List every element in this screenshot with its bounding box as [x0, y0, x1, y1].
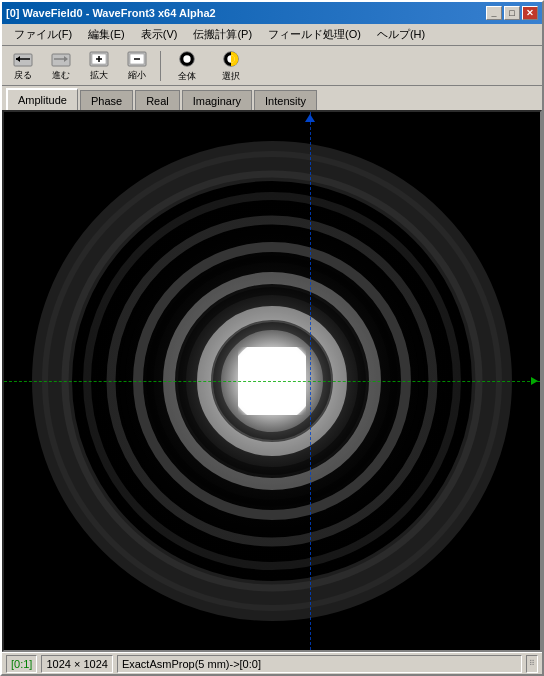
menu-view[interactable]: 表示(V) [133, 25, 186, 44]
toolbar: 戻る 進む 拡大 [2, 46, 542, 86]
main-window: [0] WaveField0 - WaveFront3 x64 Alpha2 _… [0, 0, 544, 676]
svg-point-14 [183, 55, 190, 62]
select-label: 選択 [222, 70, 240, 83]
toolbar-separator-1 [160, 51, 161, 81]
status-dimensions: 1024 × 1024 [41, 655, 112, 673]
forward-button[interactable]: 進む [44, 50, 78, 82]
status-operation: ExactAsmProp(5 mm)->[0:0] [117, 655, 522, 673]
back-icon [12, 50, 34, 68]
resize-handle[interactable]: ⠿ [526, 655, 538, 673]
menu-help[interactable]: ヘルプ(H) [369, 25, 433, 44]
menu-edit[interactable]: 編集(E) [80, 25, 133, 44]
window-title: [0] WaveField0 - WaveFront3 x64 Alpha2 [6, 7, 216, 19]
zoom-out-icon [126, 50, 148, 68]
tab-real[interactable]: Real [135, 90, 180, 110]
status-index: [0:1] [6, 655, 37, 673]
zoom-out-button[interactable]: 縮小 [120, 50, 154, 82]
title-bar-text: [0] WaveField0 - WaveFront3 x64 Alpha2 [6, 7, 216, 19]
status-bar: [0:1] 1024 × 1024 ExactAsmProp(5 mm)->[0… [2, 652, 542, 674]
fit-all-icon [176, 49, 198, 69]
title-bar: [0] WaveField0 - WaveFront3 x64 Alpha2 _… [2, 2, 542, 24]
zoom-in-label: 拡大 [90, 69, 108, 82]
close-button[interactable]: ✕ [522, 6, 538, 20]
select-button[interactable]: 選択 [211, 50, 251, 82]
tab-imaginary[interactable]: Imaginary [182, 90, 252, 110]
maximize-button[interactable]: □ [504, 6, 520, 20]
back-button[interactable]: 戻る [6, 50, 40, 82]
zoom-in-icon [88, 50, 110, 68]
tab-amplitude[interactable]: Amplitude [6, 88, 78, 110]
tab-phase[interactable]: Phase [80, 90, 133, 110]
crosshair-vertical [310, 112, 311, 650]
menu-compute[interactable]: 伝搬計算(P) [185, 25, 260, 44]
title-controls: _ □ ✕ [486, 6, 538, 20]
svg-rect-3 [52, 54, 70, 66]
select-icon [220, 49, 242, 69]
zoom-out-label: 縮小 [128, 69, 146, 82]
fit-all-button[interactable]: 全体 [167, 50, 207, 82]
back-label: 戻る [14, 69, 32, 82]
menu-file[interactable]: ファイル(F) [6, 25, 80, 44]
forward-label: 進む [52, 69, 70, 82]
tab-intensity[interactable]: Intensity [254, 90, 317, 110]
crosshair-horizontal [4, 381, 540, 382]
fit-all-label: 全体 [178, 70, 196, 83]
zoom-in-button[interactable]: 拡大 [82, 50, 116, 82]
forward-icon [50, 50, 72, 68]
menu-bar: ファイル(F) 編集(E) 表示(V) 伝搬計算(P) フィールド処理(O) ヘ… [2, 24, 542, 46]
minimize-button[interactable]: _ [486, 6, 502, 20]
crosshair-arrow-right [531, 377, 538, 385]
canvas-area[interactable] [2, 110, 542, 652]
crosshair-arrow-top [305, 114, 315, 122]
menu-field[interactable]: フィールド処理(O) [260, 25, 369, 44]
tabs-bar: Amplitude Phase Real Imaginary Intensity [2, 86, 542, 110]
